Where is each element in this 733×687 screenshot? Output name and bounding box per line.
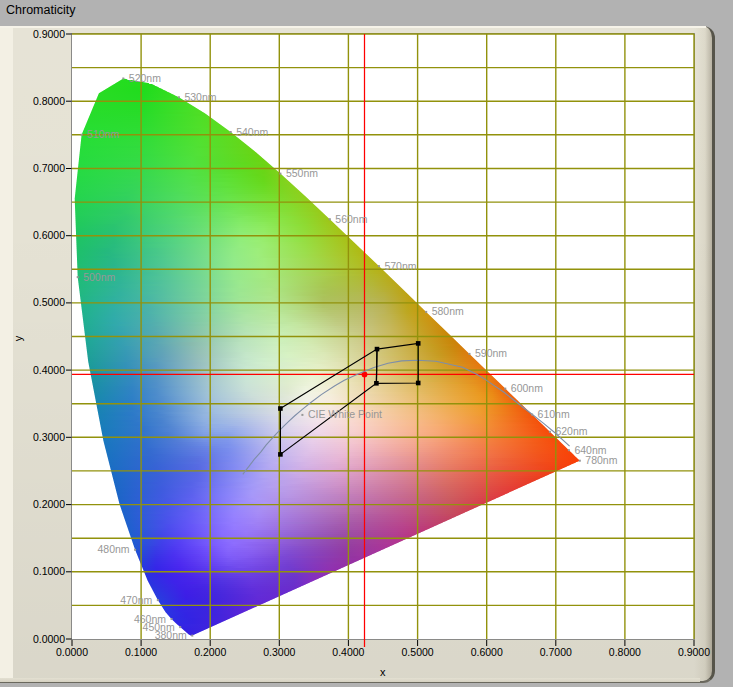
svg-text:470nm: 470nm	[120, 594, 152, 606]
svg-text:x: x	[380, 666, 386, 678]
svg-text:0.2000: 0.2000	[33, 498, 65, 510]
svg-text:0.2000: 0.2000	[194, 646, 226, 658]
svg-text:500nm: 500nm	[83, 271, 115, 283]
svg-text:0.5000: 0.5000	[33, 296, 65, 308]
svg-text:0.3000: 0.3000	[263, 646, 295, 658]
svg-text:380nm: 380nm	[155, 629, 187, 641]
svg-text:0.0000: 0.0000	[56, 646, 88, 658]
svg-text:0.7000: 0.7000	[540, 646, 572, 658]
svg-text:510nm: 510nm	[87, 128, 119, 140]
svg-text:570nm: 570nm	[384, 260, 416, 272]
svg-text:0.4000: 0.4000	[33, 364, 65, 376]
svg-text:0.8000: 0.8000	[609, 646, 641, 658]
svg-text:0.9000: 0.9000	[33, 28, 65, 40]
svg-text:600nm: 600nm	[511, 382, 543, 394]
svg-text:CIE White Point: CIE White Point	[308, 408, 382, 420]
svg-text:0.1000: 0.1000	[125, 646, 157, 658]
svg-text:480nm: 480nm	[97, 543, 129, 555]
svg-text:520nm: 520nm	[129, 72, 161, 84]
svg-text:0.9000: 0.9000	[678, 646, 710, 658]
svg-text:0.5000: 0.5000	[402, 646, 434, 658]
svg-text:0.4000: 0.4000	[332, 646, 364, 658]
svg-text:580nm: 580nm	[432, 305, 464, 317]
svg-text:590nm: 590nm	[475, 347, 507, 359]
svg-text:0.3000: 0.3000	[33, 431, 65, 443]
svg-text:y: y	[12, 335, 24, 341]
svg-text:0.0000: 0.0000	[33, 633, 65, 645]
svg-text:610nm: 610nm	[538, 408, 570, 420]
svg-text:0.1000: 0.1000	[33, 565, 65, 577]
svg-text:0.6000: 0.6000	[33, 229, 65, 241]
svg-text:560nm: 560nm	[335, 213, 367, 225]
svg-text:0.7000: 0.7000	[33, 162, 65, 174]
svg-text:780nm: 780nm	[585, 454, 617, 466]
svg-text:620nm: 620nm	[555, 425, 587, 437]
svg-text:550nm: 550nm	[286, 167, 318, 179]
svg-text:530nm: 530nm	[184, 91, 216, 103]
svg-text:540nm: 540nm	[236, 126, 268, 138]
svg-text:0.8000: 0.8000	[33, 95, 65, 107]
svg-text:0.6000: 0.6000	[471, 646, 503, 658]
